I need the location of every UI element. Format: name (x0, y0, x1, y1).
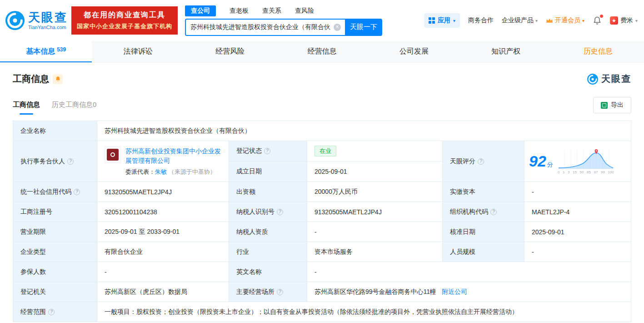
field-label-english-name: 英文名称 (229, 262, 307, 282)
subscribe-bell-button[interactable] (53, 74, 63, 84)
search-tab-boss[interactable]: 查老板 (230, 7, 249, 15)
info-icon[interactable] (74, 189, 80, 195)
score-value[interactable]: 92分 (529, 152, 553, 170)
org-code-value: MAETL2JP-4 (524, 202, 631, 222)
chart-tick: 50 (579, 170, 584, 174)
company-type-value: 有限合伙企业 (97, 242, 229, 262)
status-badge: 在业 (315, 146, 336, 156)
label-text: 天眼评分 (450, 157, 475, 165)
label-text: 执行事务合伙人 (20, 157, 65, 165)
partner-company-link[interactable]: 苏州高新创业投资集团中小企业发展管理有限公司 (125, 146, 221, 166)
enterprise-label: 企业级产品 (502, 16, 534, 25)
field-label-org-code: 组织机构代码 (443, 202, 524, 222)
field-label-insured-count: 参保人数 (13, 262, 97, 282)
label-text: 主要经营场所 (236, 288, 275, 295)
tab-legal-proceedings[interactable]: 法律诉讼 (92, 41, 184, 62)
partner-logo[interactable] (105, 146, 121, 163)
tab-label: 基本信息 (26, 47, 55, 56)
field-label-business-address: 主要经营场所 (229, 282, 307, 302)
chart-tick: 1 (563, 170, 564, 174)
tianyancha-score-cell: 92分 (524, 141, 631, 182)
subtab-history-count: 0 (93, 101, 96, 108)
tab-label: 经营信息 (307, 47, 336, 56)
field-label-established-date: 成立日期 (229, 162, 307, 182)
notification-dot (600, 15, 603, 18)
info-icon[interactable] (277, 289, 283, 295)
field-label-registration-authority: 登记机关 (13, 282, 97, 302)
field-label-business-scope: 经营范围 (13, 302, 97, 322)
search-box: × (185, 19, 345, 36)
tab-label: 历史信息 (584, 47, 613, 56)
label-text: 行业 (236, 248, 249, 255)
subtab-business-info[interactable]: 工商信息 (13, 101, 40, 110)
chart-tick: 0 (558, 170, 559, 174)
apps-menu[interactable]: 应用 ▾ (424, 13, 460, 28)
biz-coop-label: 商务合作 (468, 16, 494, 25)
chart-tick: 97 (594, 170, 598, 174)
tab-company-development[interactable]: 公司发展 (368, 41, 460, 62)
tab-operating-info[interactable]: 经营信息 (276, 41, 368, 62)
info-icon[interactable] (48, 309, 55, 315)
section-header: 工商信息 天眼查 (13, 73, 631, 85)
search-tab-relation[interactable]: 查关系 (262, 7, 281, 15)
info-icon[interactable] (277, 209, 283, 215)
score-wrap: 92分 (529, 149, 626, 174)
tab-history-info[interactable]: 历史信息 (552, 41, 644, 62)
label-text: 营业期限 (20, 228, 46, 235)
tab-count: 539 (57, 46, 66, 53)
nearby-companies-link[interactable]: 附近公司 (442, 288, 467, 295)
notification-bell[interactable] (593, 16, 602, 25)
info-icon[interactable] (264, 148, 270, 154)
insured-count-value: - (97, 262, 229, 282)
field-label-business-term: 营业期限 (13, 222, 97, 242)
clear-search-icon[interactable]: × (334, 24, 341, 31)
vip-label: 开通会员 (555, 16, 580, 25)
field-label-capital: 出资额 (229, 182, 307, 202)
uscc-value: 91320505MAETL2JP4J (97, 182, 229, 202)
score-axis-ticks: 0 1 3 15 50 85 97 99 100 (558, 170, 614, 174)
export-button[interactable]: 导出 (593, 97, 631, 113)
vip-menu[interactable]: 开通会员 ▾ (546, 16, 584, 25)
search-tab-risk[interactable]: 查风险 (295, 7, 314, 15)
info-icon[interactable] (490, 209, 497, 215)
tab-basic-info[interactable]: 基本信息 539 (0, 41, 92, 62)
search-button[interactable]: 天眼一下 (345, 19, 382, 36)
search-row: × 天眼一下 (185, 19, 382, 36)
bell-icon (55, 76, 61, 82)
label-text: 出资额 (236, 188, 255, 195)
enterprise-menu[interactable]: 企业级产品 ▾ (502, 16, 538, 25)
business-info-table: 企业名称 苏州科技城先进智造股权投资合伙企业（有限合伙） 执行事务合伙人 苏州高… (13, 121, 631, 322)
search-area: 查公司 查老板 查关系 查风险 × 天眼一下 (185, 5, 382, 36)
search-input[interactable] (185, 19, 345, 36)
field-label-industry: 行业 (229, 242, 307, 262)
search-tab-company[interactable]: 查公司 (185, 5, 216, 16)
logo-text: 天眼查 TianYanCha.com (28, 11, 68, 30)
score-chart: 0 1 3 15 50 85 97 99 100 (558, 149, 614, 174)
tab-operating-risk[interactable]: 经营风险 (184, 41, 276, 62)
chevron-down-icon: ▾ (535, 18, 538, 23)
biz-coop-link[interactable]: 商务合作 (468, 16, 494, 25)
label-text: 纳税人识别号 (236, 208, 275, 215)
logo-brand-text: 天眼查 (28, 11, 68, 23)
score-number: 92 (529, 152, 546, 170)
tianyancha-logo-icon (587, 73, 599, 85)
score-unit: 分 (547, 161, 553, 168)
taxpayer-qualification-value: - (307, 222, 443, 242)
info-icon[interactable] (67, 158, 74, 165)
label-text: 人员规模 (450, 248, 475, 255)
subtab-history-business-info[interactable]: 历史工商信息0 (52, 101, 96, 110)
executive-partner-cell: 苏州高新创业投资集团中小企业发展管理有限公司 委派代表：朱敏 （来源于中基协） (97, 141, 229, 182)
apps-label: 应用 (438, 16, 450, 25)
info-icon[interactable] (478, 158, 484, 165)
business-address-cell: 苏州高新区华佗路99号金融谷商务中心11幢附近公司 (307, 282, 631, 302)
partner-info: 苏州高新创业投资集团中小企业发展管理有限公司 委派代表：朱敏 （来源于中基协） (125, 146, 221, 176)
user-menu[interactable]: ★ 费米 ▾ (610, 16, 638, 25)
site-logo[interactable]: 天眼查 TianYanCha.com (5, 10, 68, 31)
tab-intellectual-property[interactable]: 知识产权 (460, 41, 552, 62)
user-avatar-icon: ★ (610, 16, 618, 25)
company-nav-tabs: 基本信息 539 法律诉讼 经营风险 经营信息 公司发展 知识产权 历史信息 (0, 41, 644, 63)
chart-tick: 99 (601, 170, 605, 174)
delegate-person-link[interactable]: 朱敏 (155, 168, 167, 175)
field-label-approval-date: 核准日期 (443, 222, 524, 242)
label-text: 登记状态 (236, 147, 262, 154)
